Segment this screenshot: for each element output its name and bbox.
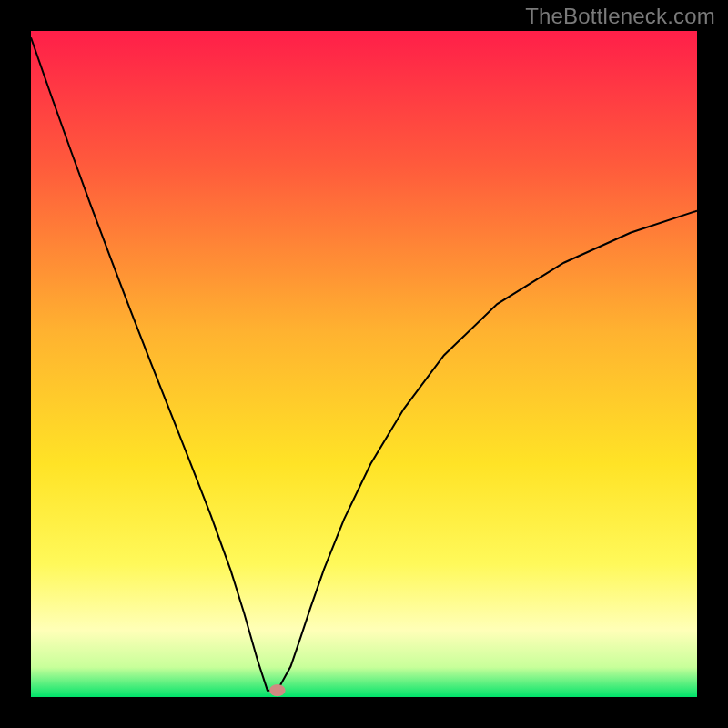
plot-area	[31, 31, 697, 697]
gradient-backdrop	[31, 31, 697, 697]
chart-frame: TheBottleneck.com	[0, 0, 728, 728]
attribution-label: TheBottleneck.com	[525, 4, 715, 29]
optimal-point-marker	[269, 684, 286, 696]
chart-svg	[31, 31, 697, 697]
